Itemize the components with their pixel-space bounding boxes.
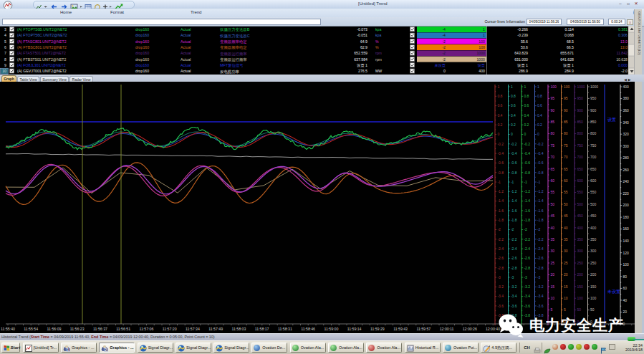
svg-text:550: 550 — [577, 190, 583, 194]
svg-text:400: 400 — [479, 69, 485, 73]
svg-text:-1.6: -1.6 — [524, 209, 530, 213]
svg-text:0: 0 — [511, 132, 513, 136]
svg-text:-1.2: -1.2 — [537, 189, 544, 193]
svg-text:180: 180 — [623, 215, 629, 219]
svg-text:50: 50 — [564, 202, 568, 206]
svg-text:-2: -2 — [511, 227, 514, 231]
svg-text:11:57:20: 11:57:20 — [163, 327, 177, 331]
svg-text:80: 80 — [550, 131, 554, 135]
svg-text:2: 2 — [105, 347, 107, 351]
svg-text:-0.2: -0.2 — [524, 142, 530, 146]
svg-text:55: 55 — [550, 190, 554, 194]
svg-text:637.984: 637.984 — [354, 57, 367, 62]
svg-text:-2.4: -2.4 — [497, 247, 504, 251]
svg-text:150: 150 — [577, 284, 583, 289]
svg-text:1: 1 — [67, 347, 69, 351]
svg-text:-3: -3 — [497, 275, 501, 279]
svg-text:-1: -1 — [537, 180, 541, 184]
svg-text:-1.8: -1.8 — [524, 218, 530, 222]
svg-text:15: 15 — [564, 284, 568, 289]
svg-text:-0.8: -0.8 — [511, 171, 517, 175]
svg-text:700: 700 — [590, 155, 597, 159]
svg-text:(A) FO8JL301.UNIT2@NET2: (A) FO8JL301.UNIT2@NET2 — [17, 63, 66, 67]
svg-text:276.5: 276.5 — [358, 69, 367, 73]
svg-text:-3.6: -3.6 — [537, 304, 544, 308]
svg-text:-1.4: -1.4 — [537, 198, 544, 203]
svg-text:-3.2: -3.2 — [537, 284, 544, 289]
svg-text:MW: MW — [375, 69, 382, 73]
svg-text:Actual: Actual — [181, 51, 191, 55]
svg-text:0.2: 0.2 — [537, 123, 542, 127]
svg-text:-2: -2 — [537, 227, 541, 231]
svg-text:35: 35 — [550, 237, 554, 241]
svg-text:-2: -2 — [497, 227, 501, 231]
svg-text:250: 250 — [590, 261, 597, 265]
svg-text:400: 400 — [577, 226, 583, 230]
svg-text:10: 10 — [564, 296, 568, 300]
svg-text:Actual: Actual — [181, 33, 191, 37]
svg-text:40: 40 — [550, 226, 554, 230]
svg-text:30: 30 — [550, 249, 554, 253]
svg-text:350: 350 — [590, 237, 597, 241]
svg-text:250: 250 — [577, 261, 583, 265]
svg-text:35: 35 — [564, 237, 568, 241]
svg-text:25: 25 — [564, 261, 568, 265]
svg-text:4: 4 — [4, 33, 6, 37]
svg-text:100: 100 — [577, 296, 583, 300]
svg-text:30: 30 — [564, 249, 568, 253]
svg-text:85: 85 — [564, 120, 568, 124]
svg-text:-0.051: -0.051 — [357, 33, 367, 37]
svg-text:850: 850 — [590, 120, 597, 124]
svg-text:700: 700 — [577, 155, 583, 159]
svg-text:0.8: 0.8 — [511, 94, 516, 98]
svg-text:750: 750 — [577, 143, 583, 148]
svg-text:0.8: 0.8 — [497, 94, 502, 98]
svg-text:68.5: 68.5 — [567, 39, 574, 44]
svg-text:380: 380 — [623, 96, 629, 100]
svg-text:drop160: drop160 — [135, 51, 149, 55]
svg-text:100: 100 — [550, 85, 557, 89]
svg-text:drop160: drop160 — [135, 57, 149, 62]
svg-text:drop160: drop160 — [135, 27, 149, 32]
svg-text:-0.6: -0.6 — [497, 161, 504, 165]
svg-text:-0.6: -0.6 — [524, 161, 530, 165]
svg-text:350: 350 — [577, 237, 583, 241]
svg-text:320: 320 — [623, 132, 629, 136]
svg-text:-1.8: -1.8 — [497, 218, 504, 222]
svg-text:-3: -3 — [511, 275, 514, 279]
svg-text:-2: -2 — [524, 227, 527, 231]
svg-text:11:56:37: 11:56:37 — [93, 327, 107, 331]
svg-text:-2.2: -2.2 — [537, 237, 544, 241]
svg-text:100: 100 — [564, 85, 570, 89]
svg-text:-1: -1 — [511, 180, 514, 184]
svg-text:-0.4: -0.4 — [524, 151, 530, 156]
svg-text:15: 15 — [550, 284, 554, 289]
svg-text:95: 95 — [550, 96, 554, 100]
svg-text:7: 7 — [4, 51, 6, 55]
svg-text:-1.8: -1.8 — [511, 218, 517, 222]
svg-text:600: 600 — [577, 178, 583, 183]
svg-text:-2.2: -2.2 — [497, 237, 504, 241]
svg-text:-0.6: -0.6 — [511, 161, 517, 165]
svg-text:11:58:46: 11:58:46 — [301, 327, 315, 331]
svg-text:220: 220 — [623, 191, 629, 196]
svg-text:kpa: kpa — [375, 33, 381, 37]
svg-text:450: 450 — [577, 214, 583, 218]
svg-text:-2.8: -2.8 — [497, 266, 504, 270]
svg-text:655.671: 655.671 — [560, 51, 574, 55]
svg-text:200: 200 — [577, 272, 583, 277]
svg-text:MFT复位信号: MFT复位信号 — [220, 63, 244, 68]
svg-text:90: 90 — [564, 108, 568, 113]
svg-text:电力安全生产: 电力安全生产 — [529, 317, 624, 333]
svg-text:550: 550 — [590, 190, 597, 194]
svg-text:-2.6: -2.6 — [524, 256, 530, 260]
svg-text:85: 85 — [550, 120, 554, 124]
svg-text:(A) GEVJT001.UNIT2@NET2: (A) GEVJT001.UNIT2@NET2 — [17, 69, 67, 73]
svg-text:drop160: drop160 — [135, 69, 149, 73]
svg-text:1: 1 — [483, 27, 485, 32]
svg-text:(A) FTOPT56B.UNIT2@NET2: (A) FTOPT56B.UNIT2@NET2 — [17, 27, 67, 32]
svg-text:1000: 1000 — [577, 85, 585, 89]
svg-text:80: 80 — [564, 131, 568, 135]
svg-text:160: 160 — [623, 226, 629, 231]
svg-text:11:55:40: 11:55:40 — [1, 327, 15, 331]
